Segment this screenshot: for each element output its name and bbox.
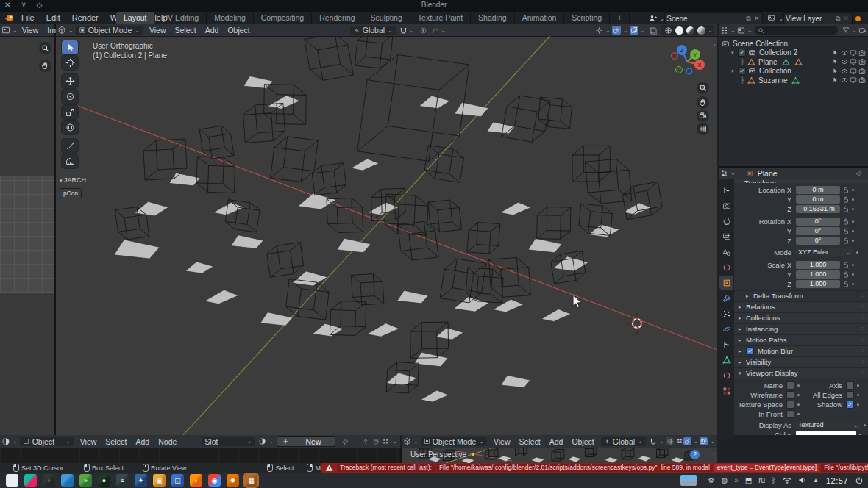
render-disable-icon[interactable] — [858, 68, 866, 75]
section-instancing[interactable]: ▸Instancing∷ — [734, 323, 868, 334]
orientation-dropdown[interactable]: Global⌄ — [350, 26, 396, 35]
transform-field[interactable]: 0° — [796, 218, 840, 226]
tray-expand-arrow-icon[interactable]: ▲ — [813, 477, 819, 484]
animate-dot[interactable] — [852, 240, 854, 242]
object-data-tab[interactable] — [719, 353, 733, 367]
shader-editor-type-icon[interactable] — [1, 437, 10, 446]
shading-solid-icon[interactable] — [675, 26, 683, 35]
tab-shading[interactable]: Shading — [471, 12, 515, 24]
render-disable-icon[interactable] — [858, 76, 866, 84]
jarch-addon-panel[interactable]: ▾ JARCH — [60, 176, 86, 184]
mini-xray-icon[interactable] — [700, 437, 708, 445]
outliner-row-collection-2[interactable]: ▾Collection 2 — [719, 49, 868, 58]
animate-dot[interactable] — [852, 198, 854, 201]
menu-render[interactable]: Render — [66, 12, 104, 24]
display-as-dropdown[interactable]: Textured⌄ — [796, 421, 861, 429]
menu-edit[interactable]: Edit — [40, 12, 66, 24]
mini-menu-view[interactable]: View — [489, 436, 515, 448]
xray-toggle-icon[interactable] — [630, 26, 638, 35]
photo-viewer-icon[interactable]: ◲ — [171, 474, 184, 487]
object-tab[interactable] — [719, 276, 733, 290]
transform-field[interactable]: 0° — [796, 237, 840, 245]
selectable-toggle-icon[interactable] — [832, 49, 839, 57]
viewport-menu-select[interactable]: Select — [171, 24, 201, 36]
transform-field[interactable]: 0 m — [796, 195, 840, 204]
mini-menu-object[interactable]: Object — [567, 436, 598, 448]
mini-gizmo-icon[interactable] — [667, 438, 675, 445]
mini-orientation-dropdown[interactable]: Global⌄ — [601, 437, 646, 446]
view-layer-selector[interactable]: View Layer ⧉ ✕ — [783, 12, 853, 24]
section-viewport-display[interactable]: ▾Viewport Display∷ — [734, 367, 868, 378]
animate-dot[interactable] — [852, 208, 854, 210]
node-snap-icon[interactable] — [362, 438, 369, 445]
animate-dot[interactable] — [857, 394, 859, 396]
constraints-tab[interactable] — [719, 337, 733, 351]
modifiers-tab[interactable] — [719, 291, 733, 305]
file-manager-icon[interactable] — [61, 474, 74, 487]
material-sphere-icon[interactable] — [258, 437, 266, 445]
section-relations[interactable]: ▸Relations∷ — [734, 301, 868, 312]
shader-menu-select[interactable]: Select — [101, 436, 131, 448]
snap-caret-icon[interactable]: ⌄ — [410, 27, 415, 34]
lock-icon[interactable] — [843, 196, 849, 203]
falloff-caret-icon[interactable]: ⌄ — [441, 27, 447, 34]
animate-dot[interactable] — [856, 251, 858, 254]
chrome-icon[interactable]: ◉ — [208, 474, 221, 487]
visibility-toggle-icon[interactable] — [841, 49, 848, 57]
section-motion-blur[interactable]: ▸Motion Blur∷ — [734, 345, 868, 356]
scale-field[interactable]: 1.000 — [796, 280, 840, 288]
shader-type-caret-icon[interactable]: ⌄ — [13, 438, 18, 445]
viewport-menu-object[interactable]: Object — [223, 24, 254, 36]
shader-menu-add[interactable]: Add — [132, 436, 154, 448]
selectable-toggle-icon[interactable] — [832, 68, 839, 75]
lock-icon[interactable] — [843, 228, 849, 234]
mini-viewport-canvas[interactable]: User Perspective ? ‹ — [402, 448, 717, 463]
select-box-tool[interactable] — [62, 40, 78, 54]
visibility-toggle-icon[interactable] — [841, 58, 848, 65]
selectable-toggle-icon[interactable] — [832, 76, 839, 84]
compass-app-icon[interactable]: ✦ — [135, 474, 147, 487]
shader-pin-icon[interactable] — [341, 438, 349, 445]
sidebar-toggle-icon[interactable]: ‹ — [714, 42, 716, 49]
transform-field[interactable]: 0 m — [796, 186, 840, 194]
keyboard-layout-indicator[interactable]: ru — [758, 476, 765, 484]
updater-tray-icon[interactable]: » — [734, 476, 739, 484]
outliner-row-scene-collection[interactable]: Scene Collection — [719, 39, 868, 49]
visibility-toggle-icon[interactable] — [841, 76, 848, 84]
lock-icon[interactable] — [843, 237, 849, 244]
render-disable-icon[interactable] — [858, 49, 866, 57]
mini-mode-dropdown[interactable]: Object Mode⌄ — [421, 437, 487, 446]
pink-teal-app-icon[interactable] — [24, 474, 37, 487]
shader-menu-node[interactable]: Node — [154, 436, 181, 448]
transform-tool[interactable] — [62, 121, 78, 134]
material-tab[interactable] — [719, 368, 733, 382]
section-motion-paths[interactable]: ▸Motion Paths∷ — [734, 334, 868, 345]
blender-icon[interactable]: ✹ — [227, 474, 239, 487]
tool-tab[interactable] — [719, 183, 733, 197]
pcon-addon-button[interactable]: pCon — [60, 188, 82, 198]
viewport-zoom-icon[interactable] — [697, 82, 709, 94]
expand-arrow-icon[interactable]: ▾ — [731, 50, 738, 56]
outliner-search-input[interactable] — [755, 26, 838, 35]
mini-menu-add[interactable]: Add — [545, 436, 568, 448]
texture-space-checkbox[interactable] — [786, 401, 794, 409]
new-material-button[interactable]: ＋New — [277, 436, 335, 447]
amber-box-icon[interactable]: ▣ — [153, 474, 166, 487]
orthographic-grid-icon[interactable] — [697, 123, 709, 135]
animate-dot[interactable] — [852, 189, 854, 191]
physics-tab[interactable] — [719, 322, 733, 336]
viewport-type-icon[interactable] — [57, 26, 66, 35]
zoom-tool-icon[interactable] — [39, 42, 51, 54]
firefox-icon[interactable]: ◗ — [190, 474, 202, 487]
tab-compositing[interactable]: Compositing — [254, 12, 312, 24]
image-editor-canvas[interactable] — [0, 176, 54, 293]
mode-dropdown[interactable]: Object Mode⌄ — [76, 26, 143, 35]
outliner-type-caret-icon[interactable]: ⌄ — [730, 27, 736, 34]
cursor-tool[interactable] — [62, 56, 78, 70]
animate-dot[interactable] — [797, 413, 800, 415]
view-layer-caret-icon[interactable]: ⌄ — [778, 15, 783, 22]
power-icon[interactable] — [855, 476, 864, 485]
scene-copy-icon[interactable]: ⧉ — [744, 15, 752, 23]
wireframe-checkbox[interactable] — [786, 391, 794, 399]
tab-texture-paint[interactable]: Texture Paint — [410, 12, 471, 24]
